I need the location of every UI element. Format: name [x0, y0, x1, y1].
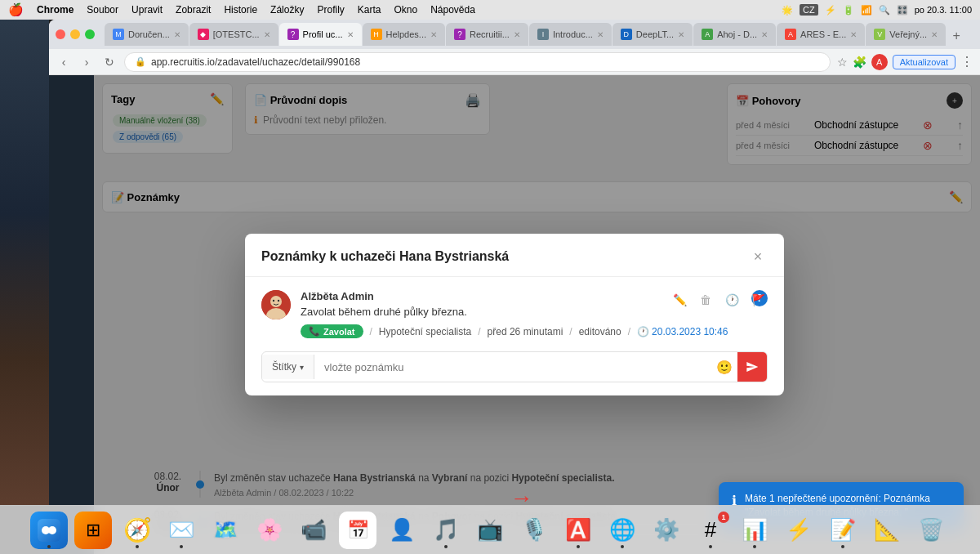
- tab-close-6[interactable]: ✕: [678, 30, 684, 39]
- tab-profil-active[interactable]: ? Profil uc... ✕: [279, 23, 362, 46]
- dock-chrome[interactable]: 🌐: [604, 512, 641, 549]
- modal-close-button[interactable]: ×: [748, 247, 768, 266]
- refresh-button[interactable]: ↻: [101, 54, 118, 70]
- tab-verejny[interactable]: V Veřejný... ✕: [866, 23, 946, 46]
- note-actions: ✏️ 🗑 🕐 🚩: [670, 290, 768, 310]
- url-text: app.recruitis.io/zadavatel/uchazec/detai…: [151, 56, 360, 68]
- note-edit-icon[interactable]: ✏️: [670, 290, 689, 310]
- tab-helpdes[interactable]: H Helpdes... ✕: [363, 23, 446, 46]
- dock-trash[interactable]: 🗑️: [912, 512, 950, 549]
- tab-recruitii[interactable]: ? Recruitii... ✕: [446, 23, 528, 46]
- tab-introduc[interactable]: I Introduc... ✕: [529, 23, 612, 46]
- macos-wallpaper: [0, 20, 49, 505]
- menu-karta[interactable]: Karta: [358, 4, 381, 16]
- send-note-button[interactable]: [737, 352, 767, 382]
- system-icon-cz: CZ: [800, 4, 818, 16]
- menu-upravit[interactable]: Upravit: [131, 4, 163, 16]
- traffic-light-minimize[interactable]: [70, 29, 80, 39]
- wifi-icon: 📶: [861, 5, 872, 16]
- note-history-icon[interactable]: 🕐: [722, 290, 742, 310]
- battery-icon: 🔋: [843, 5, 854, 16]
- tab-label-4: Recruitii...: [470, 29, 510, 39]
- menu-bar-right: 🌟 CZ ⚡ 🔋 📶 🔍 🎛️ po 20.3. 11:00: [782, 4, 972, 16]
- dock-facetime[interactable]: 📹: [295, 512, 332, 549]
- tab-close-3[interactable]: ✕: [430, 30, 437, 39]
- dock-mail[interactable]: ✉️: [163, 512, 200, 549]
- tab-ares[interactable]: A ARES - E... ✕: [777, 23, 865, 46]
- tab-label-0: Doručen...: [128, 29, 170, 39]
- tab-label-3: Helpdes...: [386, 29, 427, 39]
- chevron-down-icon: ▾: [300, 363, 304, 372]
- control-center-icon[interactable]: 🎛️: [897, 5, 908, 16]
- menu-okno[interactable]: Okno: [394, 4, 417, 16]
- menu-bar-left: 🍎 Chrome Soubor Upravit Zobrazit Histori…: [8, 2, 475, 17]
- datetime-display: po 20.3. 11:00: [915, 5, 972, 15]
- dock-music[interactable]: 🎵: [427, 512, 465, 549]
- new-tab-button[interactable]: +: [947, 26, 966, 46]
- dock-excel[interactable]: 📊: [736, 512, 773, 549]
- tab-favicon-2: ?: [287, 29, 299, 40]
- dock-launchpad[interactable]: ⊞: [74, 512, 112, 549]
- tab-close-0[interactable]: ✕: [174, 30, 180, 39]
- modal-overlay[interactable]: Poznámky k uchazeči Hana Bystrianská × ?: [49, 75, 980, 554]
- dock-podcasts[interactable]: 🎙️: [515, 512, 553, 549]
- note-text-input[interactable]: [314, 355, 711, 380]
- tabs-container: M Doručen... ✕ ◆ [OTESTC... ✕ ? Profil u…: [105, 23, 973, 46]
- bookmark-icon[interactable]: ☆: [837, 56, 848, 69]
- tab-dorucenou[interactable]: M Doručen... ✕: [105, 23, 189, 46]
- svg-point-7: [48, 526, 56, 534]
- forward-button[interactable]: ›: [78, 54, 95, 70]
- main-content: Tagy ✏️ Manuálně vložení (38) Z odpovědi…: [49, 75, 980, 554]
- note-delete-icon[interactable]: 🗑: [696, 290, 715, 310]
- note-flag-icon[interactable]: 🚩: [748, 290, 768, 310]
- apple-menu[interactable]: 🍎: [8, 2, 24, 17]
- dock-powerpoint[interactable]: 📐: [868, 512, 906, 549]
- tags-dropdown-button[interactable]: Štítky ▾: [262, 355, 314, 379]
- tab-close-5[interactable]: ✕: [597, 30, 604, 39]
- menu-napoveda[interactable]: Nápověda: [430, 4, 475, 16]
- dock-appletv[interactable]: 📺: [471, 512, 509, 549]
- tab-close-9[interactable]: ✕: [931, 30, 938, 39]
- tab-otestc[interactable]: ◆ [OTESTC... ✕: [189, 23, 278, 46]
- dock-word[interactable]: 📝: [824, 512, 862, 549]
- svg-point-4: [278, 300, 279, 302]
- traffic-light-maximize[interactable]: [85, 29, 95, 39]
- dock-settings[interactable]: ⚙️: [648, 512, 685, 549]
- profile-icon[interactable]: A: [871, 54, 888, 70]
- extensions-icon[interactable]: 🧩: [853, 56, 866, 69]
- note-call-badge: 📞 Zavolat: [301, 324, 363, 338]
- tab-favicon-3: H: [371, 29, 382, 40]
- tab-close-8[interactable]: ✕: [850, 30, 857, 39]
- tab-close-7[interactable]: ✕: [761, 30, 768, 39]
- tab-close-2[interactable]: ✕: [347, 30, 354, 39]
- menu-historie[interactable]: Historie: [224, 4, 257, 16]
- dock-maps[interactable]: 🗺️: [207, 512, 244, 549]
- tab-close-4[interactable]: ✕: [514, 30, 520, 39]
- tab-ahoj[interactable]: A Ahoj - D... ✕: [693, 23, 776, 46]
- menu-soubor[interactable]: Soubor: [87, 4, 118, 16]
- dock-photos[interactable]: 🌸: [251, 512, 288, 549]
- tab-close-1[interactable]: ✕: [264, 30, 270, 39]
- dock-slack[interactable]: # 1: [692, 512, 729, 549]
- search-icon[interactable]: 🔍: [879, 5, 890, 16]
- menu-profily[interactable]: Profily: [317, 4, 344, 16]
- traffic-light-close[interactable]: [56, 29, 65, 39]
- dock-calendar[interactable]: 📅: [339, 512, 376, 549]
- menu-zobrazit[interactable]: Zobrazit: [176, 4, 211, 16]
- dock-safari[interactable]: 🧭: [118, 512, 156, 549]
- dock-bluetooth[interactable]: ⚡: [780, 512, 817, 549]
- menu-chrome[interactable]: Chrome: [37, 4, 74, 16]
- menu-dots-icon[interactable]: ⋮: [960, 54, 973, 69]
- modal-header: Poznámky k uchazeči Hana Bystrianská ×: [245, 234, 784, 277]
- address-input[interactable]: 🔒 app.recruitis.io/zadavatel/uchazec/det…: [124, 52, 831, 72]
- dock-finder[interactable]: [30, 512, 68, 549]
- tab-bar: M Doručen... ✕ ◆ [OTESTC... ✕ ? Profil u…: [49, 20, 980, 49]
- back-button[interactable]: ‹: [56, 54, 72, 70]
- update-button[interactable]: Aktualizovat: [893, 55, 956, 69]
- menu-zalozky[interactable]: Záložky: [270, 4, 304, 16]
- dock-appstore[interactable]: 🅰️: [559, 512, 597, 549]
- dock-contacts[interactable]: 👤: [383, 512, 421, 549]
- emoji-picker-button[interactable]: 🙂: [711, 354, 737, 380]
- note-time-ago: před 26 minutami: [488, 326, 564, 337]
- tab-deeplt[interactable]: D DeepLT... ✕: [612, 23, 693, 46]
